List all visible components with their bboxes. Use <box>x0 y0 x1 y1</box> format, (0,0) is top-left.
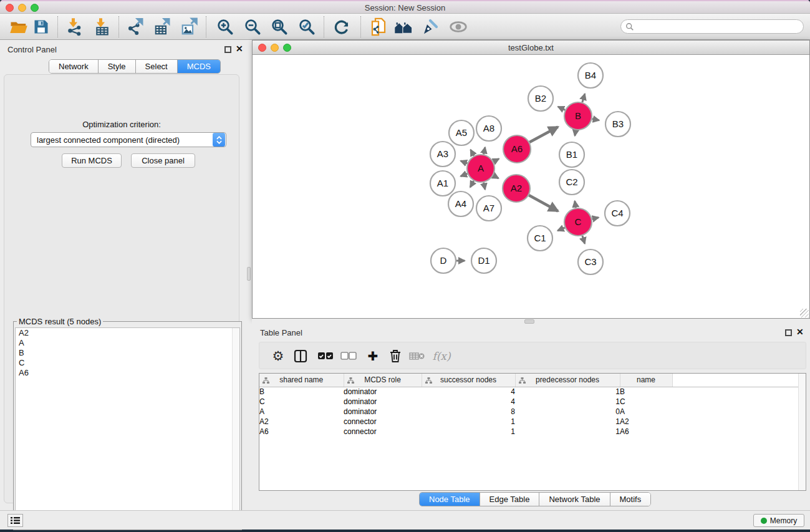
tab-edge-table[interactable]: Edge Table <box>480 493 539 506</box>
graph-edge-A-A2[interactable] <box>493 175 498 178</box>
column-header-successor-nodes[interactable]: successor nodes <box>422 374 515 387</box>
table-cell[interactable]: dominator <box>344 397 422 407</box>
select-all-checkboxes-icon[interactable] <box>314 345 337 367</box>
task-history-button[interactable] <box>7 514 23 527</box>
table-row[interactable]: Adominator80A <box>259 407 799 417</box>
table-cell[interactable]: 1 <box>515 397 620 407</box>
table-row[interactable]: A6connector11A6 <box>259 427 799 437</box>
import-table-icon[interactable] <box>91 16 113 38</box>
column-header-name[interactable]: name <box>620 374 672 387</box>
delete-column-icon[interactable] <box>384 345 407 367</box>
delete-table-icon[interactable] <box>406 345 428 367</box>
table-cell[interactable]: connector <box>344 417 422 427</box>
window-resize-grip[interactable] <box>800 309 809 317</box>
network-canvas[interactable]: B4B2BB3A8A5A6A3B1AC2A1A2A4A7C4CC1DD1C3 <box>253 55 809 318</box>
graph-edge-C-C1[interactable] <box>557 228 565 231</box>
tab-network[interactable]: Network <box>49 60 98 73</box>
table-cell[interactable]: A2 <box>620 417 672 427</box>
table-cell[interactable]: connector <box>344 427 422 437</box>
graph-edge-A-A3[interactable] <box>461 161 468 163</box>
horizontal-splitter-handle[interactable] <box>524 319 534 324</box>
tab-node-table[interactable]: Node Table <box>420 493 480 506</box>
close-table-panel-icon[interactable]: ✕ <box>796 329 804 336</box>
search-input[interactable] <box>637 21 803 32</box>
optimization-criterion-dropdown[interactable]: largest connected component (directed) <box>31 132 226 147</box>
mcds-result-item[interactable]: A2 <box>16 328 239 338</box>
network-window-titlebar[interactable]: testGlobe.txt <box>253 41 809 55</box>
tab-motifs[interactable]: Motifs <box>610 493 651 506</box>
graph-edge-C-C2[interactable] <box>575 201 576 208</box>
float-panel-icon[interactable] <box>224 46 231 53</box>
table-cell[interactable]: C <box>620 397 672 407</box>
close-panel-icon[interactable]: ✕ <box>236 46 243 52</box>
show-graphics-details-icon[interactable] <box>447 16 470 38</box>
export-network-icon[interactable] <box>125 16 147 38</box>
refresh-icon[interactable] <box>330 16 353 38</box>
table-row[interactable]: Bdominator41B <box>259 387 799 397</box>
graph-edge-B-B1[interactable] <box>575 130 576 136</box>
mcds-result-item[interactable]: C <box>16 358 239 368</box>
table-cell[interactable]: 4 <box>422 397 515 407</box>
hide-annotations-icon[interactable] <box>419 16 441 38</box>
mcds-result-item[interactable]: A6 <box>16 368 239 378</box>
tab-style[interactable]: Style <box>98 60 135 73</box>
graph-edge-A-A6[interactable] <box>493 159 499 162</box>
table-cell[interactable]: dominator <box>344 387 422 397</box>
table-cell[interactable]: A2 <box>259 417 344 427</box>
column-header-mcds-role[interactable]: MCDS role <box>344 374 422 387</box>
table-cell[interactable]: 1 <box>515 427 620 437</box>
show-columns-icon[interactable] <box>289 345 312 367</box>
graph-edge-A-A4[interactable] <box>470 181 474 187</box>
mcds-result-item[interactable]: B <box>16 348 239 358</box>
import-network-icon[interactable] <box>64 16 86 38</box>
column-header-shared-name[interactable]: shared name <box>259 374 344 387</box>
save-session-icon[interactable] <box>30 16 52 38</box>
table-cell[interactable]: A6 <box>620 427 672 437</box>
table-cell[interactable]: A <box>259 407 344 417</box>
graph-edge-A-A7[interactable] <box>484 183 485 190</box>
horizontal-splitter[interactable] <box>252 319 810 324</box>
tab-network-table[interactable]: Network Table <box>539 493 609 506</box>
add-column-icon[interactable]: ✚ <box>362 345 384 367</box>
table-scrollbar[interactable] <box>798 374 806 490</box>
table-cell[interactable]: 1 <box>422 417 515 427</box>
table-cell[interactable]: A6 <box>259 427 344 437</box>
export-image-icon[interactable] <box>178 16 201 38</box>
zoom-fit-icon[interactable] <box>268 16 291 38</box>
graph-edge-B-B3[interactable] <box>592 119 599 120</box>
float-table-panel-icon[interactable] <box>785 329 792 336</box>
table-cell[interactable]: 4 <box>422 387 515 397</box>
table-options-gear-icon[interactable]: ⚙ <box>267 345 289 367</box>
search-box[interactable] <box>620 19 804 34</box>
open-session-icon[interactable] <box>7 16 30 38</box>
graph-edge-C-C3[interactable] <box>582 236 585 244</box>
table-cell[interactable]: 8 <box>422 407 515 417</box>
table-row[interactable]: Cdominator41C <box>259 397 799 407</box>
graph-edge-A2-C[interactable] <box>529 195 558 211</box>
graph-edge-B-B2[interactable] <box>558 107 565 110</box>
function-builder-icon[interactable]: f(x) <box>427 345 456 367</box>
mcds-result-item[interactable]: A <box>16 338 239 348</box>
run-mcds-button[interactable]: Run MCDS <box>62 153 122 168</box>
table-cell[interactable]: 1 <box>515 417 620 427</box>
table-cell[interactable]: 1 <box>422 427 515 437</box>
graph-edge-C-C4[interactable] <box>592 218 599 219</box>
memory-button[interactable]: Memory <box>753 514 804 527</box>
deselect-all-checkboxes-icon[interactable] <box>337 345 360 367</box>
table-cell[interactable]: B <box>259 387 344 397</box>
cybrowser-home-icon[interactable] <box>392 16 415 38</box>
graph-edge-B-B4[interactable] <box>582 94 585 102</box>
table-cell[interactable]: C <box>259 397 344 407</box>
network-from-file-icon[interactable] <box>367 16 390 38</box>
column-header-predecessor-nodes[interactable]: predecessor nodes <box>515 374 620 387</box>
tab-mcds[interactable]: MCDS <box>177 60 220 73</box>
close-panel-button[interactable]: Close panel <box>131 153 195 168</box>
graph-edge-A-A1[interactable] <box>461 173 468 176</box>
tab-select[interactable]: Select <box>135 60 177 73</box>
mcds-result-list[interactable]: A2ABCA6 <box>15 327 240 528</box>
table-cell[interactable]: 1 <box>515 387 620 397</box>
zoom-in-icon[interactable] <box>214 16 236 38</box>
graph-edge-A-A5[interactable] <box>471 150 474 156</box>
table-cell[interactable]: dominator <box>344 407 422 417</box>
zoom-out-icon[interactable] <box>241 16 264 38</box>
